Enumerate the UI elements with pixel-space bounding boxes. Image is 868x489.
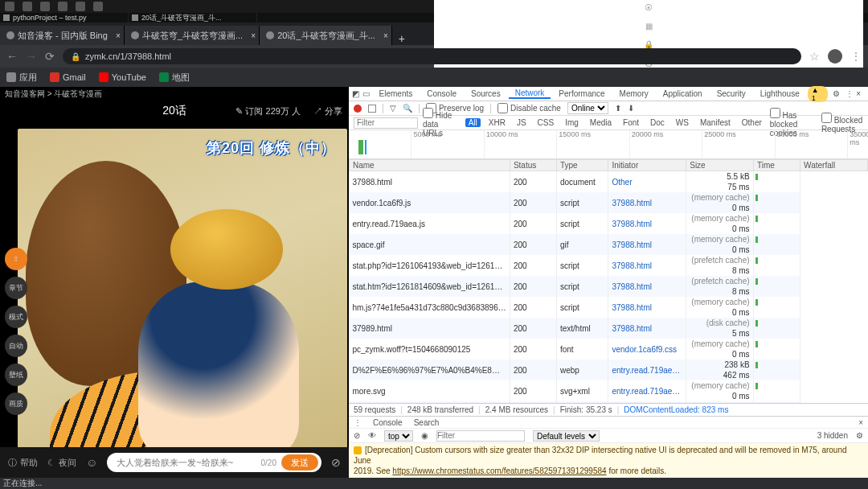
settings-icon[interactable]: ⊘ bbox=[331, 456, 341, 469]
filter-js[interactable]: JS bbox=[514, 118, 530, 127]
table-row[interactable]: pc_zymk.woff?t=1504668090125200fontvendo… bbox=[349, 339, 867, 360]
devtools-tab-security[interactable]: Security bbox=[710, 89, 752, 98]
network-table[interactable]: Name Status Type Initiator Size Time Wat… bbox=[349, 159, 868, 403]
devtools-tab-network[interactable]: Network bbox=[509, 88, 551, 99]
reload-button[interactable]: ⟳ bbox=[45, 50, 55, 63]
disable-cache-checkbox[interactable]: Disable cache bbox=[497, 103, 561, 113]
console-filter-input[interactable] bbox=[436, 430, 525, 442]
network-filter-input[interactable] bbox=[354, 117, 418, 129]
more-icon[interactable]: ⋮ bbox=[845, 89, 854, 99]
download-icon[interactable]: ⬇ bbox=[628, 104, 634, 113]
back-button[interactable]: ← bbox=[6, 50, 18, 63]
devtools-tab-sources[interactable]: Sources bbox=[465, 89, 507, 98]
bookmark-gmail[interactable]: Gmail bbox=[50, 72, 86, 82]
devtools-tab-performance[interactable]: Performance bbox=[552, 89, 611, 98]
bookmark-youtube[interactable]: YouTube bbox=[99, 72, 146, 82]
close-icon[interactable]: × bbox=[856, 89, 865, 99]
filter-css[interactable]: CSS bbox=[534, 118, 558, 127]
search-icon[interactable]: 🔍 bbox=[403, 104, 412, 113]
gear-icon[interactable]: ⚙ bbox=[856, 431, 863, 440]
col-size[interactable]: Size bbox=[686, 160, 754, 171]
context-select[interactable]: top bbox=[384, 430, 413, 442]
eye-icon[interactable]: ◉ bbox=[421, 431, 428, 440]
emoji-icon[interactable]: ☺ bbox=[86, 456, 97, 469]
side-chapters[interactable]: 章节 bbox=[5, 277, 27, 299]
task-chrome[interactable]: 20话_斗破苍穹漫画_斗... bbox=[129, 13, 257, 23]
table-row[interactable]: hm.js?74e1fe5a431d73c880c9d36838960bc120… bbox=[349, 297, 867, 318]
browser-tab[interactable]: 斗破苍穹_斗破苍穹漫画...× bbox=[125, 26, 260, 45]
table-row[interactable]: D%2F%E6%96%97%E7%A0%B4%E8%8B%8D%E...200w… bbox=[349, 360, 867, 380]
subscribe-link[interactable]: ✎ 订阅 229万 人 bbox=[235, 105, 301, 117]
device-icon[interactable]: ▭ bbox=[362, 89, 371, 99]
col-time[interactable]: Time bbox=[754, 160, 800, 171]
devtools-tab-lighthouse[interactable]: Lighthouse bbox=[754, 89, 806, 98]
levels-select[interactable]: Default levels bbox=[533, 430, 600, 442]
task-pycharm[interactable]: pythonProject – test.py bbox=[0, 13, 129, 23]
filter-media[interactable]: Media bbox=[587, 118, 615, 127]
help-link[interactable]: ⓘ 帮助 bbox=[8, 457, 38, 469]
devtools-tab-console[interactable]: Console bbox=[420, 89, 463, 98]
browser-tab[interactable]: 知音漫客 - 国内版 Bing× bbox=[0, 26, 125, 45]
apps-shortcut[interactable]: 应用 bbox=[6, 72, 37, 84]
side-wallpaper[interactable]: 壁纸 bbox=[5, 364, 27, 386]
console-link[interactable]: https://www.chromestatus.com/features/58… bbox=[392, 466, 606, 475]
drawer-toggle-icon[interactable]: ⋮ bbox=[354, 418, 362, 427]
send-button[interactable]: 发送 bbox=[281, 454, 318, 471]
comment-input[interactable] bbox=[117, 458, 256, 467]
col-name[interactable]: Name bbox=[349, 160, 510, 171]
profile-avatar[interactable] bbox=[828, 49, 842, 64]
inspect-icon[interactable]: ◩ bbox=[352, 89, 361, 99]
browser-tab[interactable]: 20话_斗破苍穹漫画_斗...× bbox=[260, 26, 392, 45]
filter-img[interactable]: Img bbox=[562, 118, 582, 127]
bookmark-maps[interactable]: 地图 bbox=[159, 72, 190, 84]
table-row[interactable]: vendor.1ca6f9.js200script37988.html(memo… bbox=[349, 192, 867, 213]
star-icon[interactable]: ☆ bbox=[809, 50, 820, 63]
record-button[interactable] bbox=[354, 105, 362, 113]
clear-button[interactable] bbox=[368, 105, 376, 113]
filter-font[interactable]: Font bbox=[620, 118, 642, 127]
table-row[interactable]: entry.read.719aea.js200script37988.html(… bbox=[349, 213, 867, 234]
close-icon[interactable]: × bbox=[383, 31, 388, 40]
side-auto[interactable]: 自动 bbox=[5, 335, 27, 357]
eye-icon[interactable]: 👁 bbox=[368, 431, 376, 440]
site-info-icon[interactable]: 🔒 bbox=[71, 52, 80, 61]
table-row[interactable]: more.svg200svg+xmlentry.read.719aea.css(… bbox=[349, 380, 867, 401]
col-initiator[interactable]: Initiator bbox=[608, 160, 686, 171]
filter-doc[interactable]: Doc bbox=[647, 118, 668, 127]
upload-icon[interactable]: ⬆ bbox=[615, 104, 621, 113]
table-row[interactable]: space.gif200gif37988.html(memory cache)0… bbox=[349, 234, 867, 255]
filter-all[interactable]: All bbox=[465, 118, 481, 127]
menu-icon[interactable]: ⋮ bbox=[850, 50, 862, 63]
close-icon[interactable]: × bbox=[251, 31, 256, 40]
table-row[interactable]: stat.php?id=1261064193&web_id=1261064193… bbox=[349, 255, 867, 276]
close-icon[interactable]: × bbox=[116, 31, 121, 40]
side-mode[interactable]: 模式 bbox=[5, 306, 27, 328]
new-tab-button[interactable]: + bbox=[392, 32, 411, 45]
col-type[interactable]: Type bbox=[556, 160, 608, 171]
table-row[interactable]: 37988.html200documentOther5.5 kB75 ms bbox=[349, 171, 867, 193]
network-timeline[interactable]: 5000 ms 10000 ms 15000 ms 20000 ms 25000… bbox=[349, 130, 868, 159]
warning-badge[interactable]: ▲ 1 bbox=[808, 86, 828, 102]
night-toggle[interactable]: ☾ 夜间 bbox=[47, 457, 76, 469]
devtools-tab-elements[interactable]: Elements bbox=[373, 89, 420, 98]
hidden-count[interactable]: 3 hidden bbox=[817, 431, 848, 440]
filter-manifest[interactable]: Manifest bbox=[697, 118, 734, 127]
drawer-tab-console[interactable]: Console bbox=[373, 418, 403, 427]
filter-other[interactable]: Other bbox=[739, 118, 765, 127]
drawer-tab-search[interactable]: Search bbox=[414, 418, 440, 427]
col-status[interactable]: Status bbox=[510, 160, 556, 171]
gear-icon[interactable]: ⚙ bbox=[833, 89, 841, 99]
drawer-close-icon[interactable]: × bbox=[858, 418, 863, 427]
table-row[interactable]: 37989.html200text/html37988.html(disk ca… bbox=[349, 318, 867, 339]
filter-xhr[interactable]: XHR bbox=[485, 118, 509, 127]
filter-toggle-icon[interactable]: ▽ bbox=[390, 104, 396, 113]
clear-console-icon[interactable]: ⊘ bbox=[354, 431, 360, 440]
table-row[interactable]: stat.htm?id=1261814609&web_id=1261814609… bbox=[349, 276, 867, 297]
filter-ws[interactable]: WS bbox=[673, 118, 692, 127]
col-waterfall[interactable]: Waterfall bbox=[800, 160, 868, 171]
url-input[interactable]: 🔒 zymk.cn/1/37988.html bbox=[63, 48, 801, 64]
devtools-tab-memory[interactable]: Memory bbox=[613, 89, 655, 98]
side-quality[interactable]: 画质 bbox=[5, 392, 27, 415]
devtools-tab-application[interactable]: Application bbox=[657, 89, 709, 98]
side-trending-icon[interactable]: ⇧ bbox=[5, 248, 27, 270]
